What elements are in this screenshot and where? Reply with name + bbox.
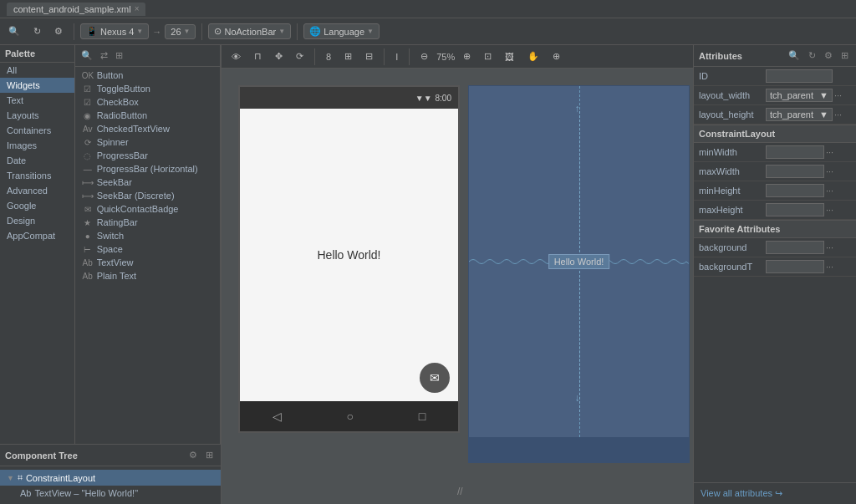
- component-tree-icons: ⚙ ⊞: [186, 449, 216, 461]
- widget-item-space[interactable]: ⊢Space: [75, 242, 220, 256]
- widget-item-checkbox[interactable]: ☑CheckBox: [75, 95, 220, 109]
- widget-item-switch[interactable]: ●Switch: [75, 229, 220, 242]
- attr-expand-button[interactable]: ⊞: [838, 49, 851, 62]
- canvas-ref-button[interactable]: ⟳: [291, 48, 308, 64]
- palette-item-widgets[interactable]: Widgets: [0, 78, 74, 93]
- tree-expand-button[interactable]: ⊞: [203, 449, 216, 461]
- api-label: 26: [171, 27, 181, 37]
- attr-minheight-dots[interactable]: ···: [824, 186, 835, 196]
- palette-item-advanced[interactable]: Advanced: [0, 183, 74, 198]
- attr-id-input[interactable]: [766, 69, 833, 83]
- widget-item-radiobutton[interactable]: ◉RadioButton: [75, 109, 220, 122]
- canvas-pan-button[interactable]: ✥: [270, 48, 288, 64]
- canvas-grid-button[interactable]: ⊞: [339, 48, 357, 64]
- canvas-eye-button[interactable]: 👁: [227, 49, 246, 64]
- attr-height-dropdown[interactable]: tch_parent ▼: [766, 108, 833, 121]
- widget-item-seekbar-d[interactable]: ⟼SeekBar (Discrete): [75, 189, 220, 202]
- palette-and-widgets: Palette All Widgets Text Layouts Contain…: [0, 45, 221, 444]
- phone-nav-bar: ◁ ○ □: [240, 401, 458, 431]
- device-dropdown[interactable]: 📱 Nexus 4 ▼: [80, 23, 149, 39]
- palette-item-all[interactable]: All: [0, 63, 74, 78]
- attr-height-dots[interactable]: ···: [833, 109, 843, 120]
- attr-backgroundt-input[interactable]: [766, 260, 824, 273]
- checkedtv-icon: Av: [82, 125, 94, 134]
- palette-item-layouts[interactable]: Layouts: [0, 108, 74, 123]
- attr-minheight-input[interactable]: [766, 184, 824, 197]
- widget-sort-button[interactable]: ⇄: [98, 49, 110, 62]
- attr-maxwidth-input[interactable]: [766, 165, 824, 178]
- fab-button[interactable]: ✉: [420, 363, 450, 393]
- canvas-8dp-button[interactable]: 8: [321, 49, 336, 64]
- attr-search-button[interactable]: 🔍: [786, 49, 802, 62]
- more-button[interactable]: ⊕: [548, 48, 565, 64]
- space-icon: ⊢: [82, 245, 94, 254]
- view-all-attributes-link[interactable]: View all attributes ↪: [694, 482, 856, 504]
- nav-recents-button[interactable]: □: [419, 410, 425, 423]
- widget-item-quickcontact[interactable]: ✉QuickContactBadge: [75, 202, 220, 216]
- attr-background-input[interactable]: [766, 241, 824, 254]
- palette-item-appcompat[interactable]: AppCompat: [0, 228, 74, 243]
- palette-item-transitions[interactable]: Transitions: [0, 168, 74, 183]
- theme-dropdown[interactable]: ⊙ NoActionBar ▼: [208, 23, 291, 39]
- attr-maxwidth-dots[interactable]: ···: [824, 166, 835, 176]
- canvas-magnet-button[interactable]: ⊓: [249, 48, 267, 64]
- zoom-in-button[interactable]: ⊕: [458, 48, 476, 64]
- tab-close-button[interactable]: ×: [135, 4, 140, 13]
- attr-maxheight-dots[interactable]: ···: [824, 205, 835, 215]
- widget-item-button[interactable]: OKButton: [75, 69, 220, 82]
- palette-item-google[interactable]: Google: [0, 198, 74, 213]
- canvas-font-button[interactable]: I: [390, 49, 403, 64]
- attr-maxheight-input[interactable]: [766, 203, 824, 216]
- nav-home-button[interactable]: ○: [347, 410, 354, 423]
- attr-width-dots[interactable]: ···: [833, 90, 843, 100]
- palette-item-date[interactable]: Date: [0, 153, 74, 168]
- screenshot-button[interactable]: 🖼: [500, 49, 519, 64]
- api-dropdown[interactable]: 26 ▼: [165, 24, 196, 39]
- nav-back-button[interactable]: ◁: [273, 410, 282, 423]
- attr-backgroundt-row: backgroundT ···: [694, 257, 856, 277]
- tree-settings-button[interactable]: ⚙: [186, 449, 200, 461]
- zoom-out-button[interactable]: ⊖: [415, 48, 433, 64]
- widget-label: Plain Text: [97, 271, 137, 281]
- canvas-align-button[interactable]: ⊟: [360, 48, 378, 64]
- widget-item-progressbar[interactable]: ◌ProgressBar: [75, 149, 220, 162]
- widget-item-seekbar[interactable]: ⟼SeekBar: [75, 176, 220, 189]
- widget-item-togglebutton[interactable]: ☑ToggleButton: [75, 82, 220, 95]
- palette-item-text[interactable]: Text: [0, 93, 74, 108]
- tree-child-item[interactable]: Ab TextView – "Hello World!": [0, 486, 221, 501]
- widget-item-textview[interactable]: AbTextView: [75, 256, 220, 269]
- attr-background-dots[interactable]: ···: [824, 242, 835, 252]
- editor-tab[interactable]: content_android_sample.xml ×: [7, 3, 145, 16]
- widget-search-button[interactable]: 🔍: [79, 49, 95, 62]
- attr-minheight-label: minHeight: [699, 186, 766, 196]
- palette-item-design[interactable]: Design: [0, 213, 74, 228]
- resize-indicator: //: [457, 486, 463, 497]
- hand-button[interactable]: ✋: [522, 48, 544, 64]
- fit-screen-button[interactable]: ⊡: [479, 48, 497, 64]
- blueprint-view: ↑ ↓ Hello World!: [468, 85, 690, 463]
- quickcontact-icon: ✉: [82, 205, 94, 214]
- attr-width-dropdown[interactable]: tch_parent ▼: [766, 89, 833, 102]
- attr-settings-button[interactable]: ⚙: [822, 49, 835, 62]
- widget-view-button[interactable]: ⊞: [113, 49, 125, 62]
- widget-item-progressbar-h[interactable]: —ProgressBar (Horizontal): [75, 162, 220, 176]
- attr-refresh-button[interactable]: ↻: [806, 49, 818, 62]
- palette-item-containers[interactable]: Containers: [0, 123, 74, 138]
- canvas-sep2: [384, 48, 385, 65]
- settings-button[interactable]: ⚙: [49, 23, 68, 39]
- search-button[interactable]: 🔍: [3, 23, 25, 39]
- language-dropdown[interactable]: 🌐 Language ▼: [303, 23, 380, 39]
- main-toolbar: 🔍 ↻ ⚙ 📱 Nexus 4 ▼ → 26 ▼ ⊙ NoActionBar ▼…: [0, 18, 856, 45]
- tree-root-item[interactable]: ▼ ⌗ ConstraintLayout: [0, 470, 221, 486]
- palette-item-images[interactable]: Images: [0, 138, 74, 153]
- attr-id-value: [766, 69, 851, 83]
- widget-item-ratingbar[interactable]: ★RatingBar: [75, 216, 220, 229]
- widget-item-checkedtextview[interactable]: AvCheckedTextView: [75, 122, 220, 135]
- refresh-button[interactable]: ↻: [28, 23, 46, 39]
- attr-minwidth-input[interactable]: [766, 145, 824, 159]
- theme-dropdown-arrow: ▼: [278, 28, 285, 35]
- widget-item-plaintext[interactable]: AbPlain Text: [75, 269, 220, 283]
- attr-backgroundt-dots[interactable]: ···: [824, 262, 835, 272]
- attr-minwidth-dots[interactable]: ···: [824, 147, 835, 157]
- widget-item-spinner[interactable]: ⟳Spinner: [75, 135, 220, 149]
